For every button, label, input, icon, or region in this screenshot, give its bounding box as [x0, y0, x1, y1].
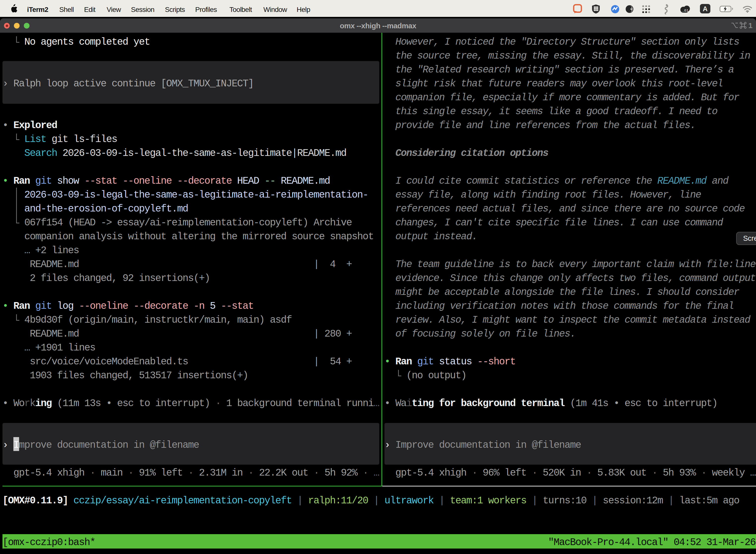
svg-text:..61: ..61: [682, 8, 688, 12]
svg-text:A: A: [703, 5, 708, 13]
